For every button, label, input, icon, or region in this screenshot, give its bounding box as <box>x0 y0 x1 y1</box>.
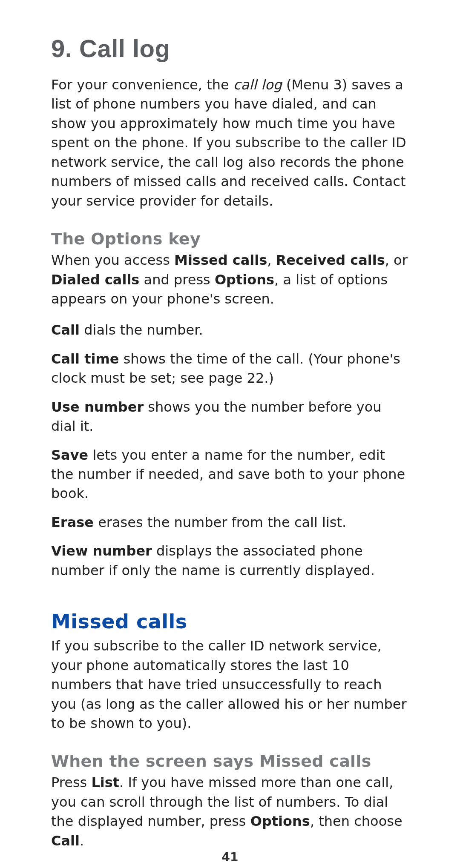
option-term: Call time <box>51 351 119 367</box>
option-term: Erase <box>51 514 94 530</box>
chapter-number: 9. <box>51 34 72 62</box>
intro-italic: call log <box>233 77 282 93</box>
ok-intro-mid: and press <box>139 272 215 288</box>
mc-sub-sep: , then choose <box>310 813 402 829</box>
mc-sub-pre: Press <box>51 774 91 791</box>
ok-intro-b1: Missed calls <box>174 252 267 268</box>
option-item-call-time: Call time shows the time of the call. (Y… <box>51 349 409 388</box>
option-desc: dials the number. <box>80 322 203 338</box>
option-item-save: Save lets you enter a name for the numbe… <box>51 446 409 504</box>
mc-sub-post: . <box>80 833 84 849</box>
option-item-call: Call dials the number. <box>51 321 409 340</box>
option-item-use-number: Use number shows you the number before y… <box>51 398 409 436</box>
chapter-heading: 9. Call log <box>51 34 409 63</box>
ok-intro-pre: When you access <box>51 252 174 268</box>
option-term: Call <box>51 322 80 338</box>
chapter-title: Call log <box>79 34 170 62</box>
ok-intro-sep1: , <box>267 252 276 268</box>
option-term: Save <box>51 447 88 463</box>
ok-intro-b3: Dialed calls <box>51 272 139 288</box>
missed-calls-sub-heading: When the screen says Missed calls <box>51 752 409 771</box>
mc-sub-b1: List <box>91 774 119 791</box>
intro-text-1: For your convenience, the <box>51 77 233 93</box>
manual-page: 9. Call log For your convenience, the ca… <box>0 0 460 868</box>
option-term: View number <box>51 543 152 559</box>
options-key-intro: When you access Missed calls, Received c… <box>51 251 409 309</box>
option-desc: erases the number from the call list. <box>94 514 346 530</box>
option-term: Use number <box>51 399 144 415</box>
intro-text-2: (Menu 3) saves a list of phone numbers y… <box>51 77 406 209</box>
ok-intro-b2: Received calls <box>276 252 385 268</box>
option-desc: lets you enter a name for the number, ed… <box>51 447 405 502</box>
missed-calls-heading: Missed calls <box>51 610 409 633</box>
ok-intro-sep2: , or <box>385 252 408 268</box>
chapter-intro: For your convenience, the call log (Menu… <box>51 75 409 211</box>
options-key-heading: The Options key <box>51 229 409 248</box>
option-item-view-number: View number displays the associated phon… <box>51 541 409 580</box>
option-item-erase: Erase erases the number from the call li… <box>51 513 409 532</box>
mc-sub-b2: Options <box>250 813 310 829</box>
page-number: 41 <box>0 850 460 864</box>
mc-sub-b3: Call <box>51 833 80 849</box>
ok-intro-b4: Options <box>215 272 274 288</box>
missed-calls-sub-body: Press List. If you have missed more than… <box>51 773 409 851</box>
missed-calls-intro: If you subscribe to the caller ID networ… <box>51 636 409 733</box>
